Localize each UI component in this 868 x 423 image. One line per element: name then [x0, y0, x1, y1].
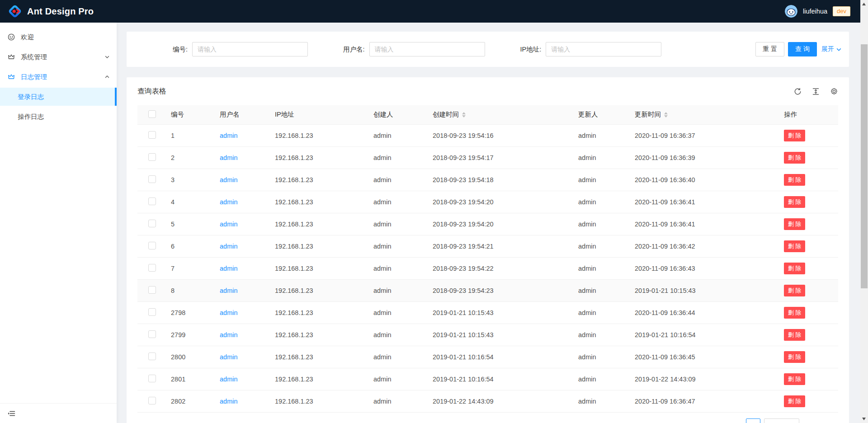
row-checkbox[interactable] — [148, 220, 156, 227]
user-name[interactable]: liufeihua — [803, 8, 827, 15]
sidebar-item-operation-log[interactable]: 操作日志 — [0, 108, 117, 126]
username-link[interactable]: admin — [220, 198, 238, 206]
cell-creator: admin — [370, 257, 429, 279]
menu-fold-icon[interactable] — [7, 409, 15, 418]
row-checkbox[interactable] — [148, 397, 156, 404]
delete-button[interactable]: 删 除 — [784, 174, 805, 186]
cell-created-time: 2019-01-21 10:16:54 — [429, 368, 575, 390]
username-link[interactable]: admin — [220, 154, 238, 161]
username-link[interactable]: admin — [220, 331, 238, 338]
cell-updater: admin — [575, 235, 631, 257]
cell-creator: admin — [370, 279, 429, 301]
row-checkbox[interactable] — [148, 197, 156, 205]
cell-updated-time: 2019-01-22 14:43:09 — [631, 368, 780, 390]
delete-button[interactable]: 删 除 — [784, 240, 805, 252]
delete-button[interactable]: 删 除 — [784, 351, 805, 363]
delete-button[interactable]: 删 除 — [784, 130, 805, 141]
scrollbar-up-arrow[interactable] — [862, 3, 866, 5]
column-header-actions: 操作 — [780, 105, 838, 124]
username-link[interactable]: admin — [220, 287, 238, 294]
delete-button[interactable]: 删 除 — [784, 329, 805, 341]
username-link[interactable]: admin — [220, 132, 238, 139]
username-link[interactable]: admin — [220, 176, 238, 183]
id-field[interactable] — [192, 42, 308, 56]
cell-updated-time: 2020-11-09 16:36:43 — [631, 257, 780, 279]
username-link[interactable]: admin — [220, 398, 238, 405]
sort-icon[interactable] — [664, 112, 668, 118]
cell-creator: admin — [370, 346, 429, 368]
column-header-id: 编号 — [167, 105, 216, 124]
cell-creator: admin — [370, 301, 429, 324]
username-link[interactable]: admin — [220, 265, 238, 272]
row-checkbox[interactable] — [148, 175, 156, 183]
table-header-row: 编号 用户名 IP地址 创建人 创建时间 更新人 更新时间 操作 — [137, 105, 838, 124]
row-checkbox[interactable] — [148, 131, 156, 139]
cell-created-time: 2018-09-23 19:54:17 — [429, 146, 575, 169]
sidebar-item-label: 操作日志 — [18, 113, 44, 121]
query-button[interactable]: 查 询 — [788, 42, 817, 56]
sidebar-item-log-management[interactable]: 日志管理 — [0, 68, 117, 86]
row-checkbox[interactable] — [148, 308, 156, 316]
sidebar-item-welcome[interactable]: 欢迎 — [0, 28, 117, 46]
username-link[interactable]: admin — [220, 353, 238, 361]
row-checkbox[interactable] — [148, 330, 156, 338]
cell-created-time: 2018-09-23 19:54:23 — [429, 279, 575, 301]
cell-creator: admin — [370, 213, 429, 235]
settings-icon[interactable] — [830, 87, 838, 95]
log-table: 编号 用户名 IP地址 创建人 创建时间 更新人 更新时间 操作 1 — [137, 105, 838, 413]
ip-field[interactable] — [546, 42, 661, 56]
row-checkbox[interactable] — [148, 352, 156, 360]
column-height-icon[interactable] — [812, 88, 820, 95]
delete-button[interactable]: 删 除 — [784, 373, 805, 385]
env-tag: dev — [833, 6, 850, 16]
row-checkbox[interactable] — [148, 264, 156, 272]
chevron-down-icon — [105, 55, 109, 59]
scrollbar-down-arrow[interactable] — [862, 418, 866, 420]
page-1-button[interactable] — [746, 418, 760, 423]
user-avatar[interactable] — [785, 5, 797, 18]
scrollbar-thumb[interactable] — [861, 44, 868, 288]
delete-button[interactable]: 删 除 — [784, 196, 805, 208]
cell-ip: 192.168.1.23 — [271, 324, 370, 346]
column-header-updated-time[interactable]: 更新时间 — [631, 105, 780, 124]
delete-button[interactable]: 删 除 — [784, 218, 805, 230]
username-field[interactable] — [369, 42, 485, 56]
vertical-scrollbar[interactable] — [860, 0, 868, 423]
row-checkbox[interactable] — [148, 286, 156, 294]
delete-button[interactable]: 删 除 — [784, 307, 805, 319]
cell-id: 4 — [167, 191, 216, 213]
cell-ip: 192.168.1.23 — [271, 213, 370, 235]
form-group-id: 编号: — [173, 42, 308, 56]
username-link[interactable]: admin — [220, 243, 238, 250]
delete-button[interactable]: 删 除 — [784, 395, 805, 407]
row-checkbox[interactable] — [148, 375, 156, 382]
page-size-select[interactable] — [764, 418, 799, 423]
cell-ip: 192.168.1.23 — [271, 124, 370, 146]
column-header-updater: 更新人 — [575, 105, 631, 124]
sort-icon[interactable] — [462, 112, 466, 118]
crown-icon — [8, 53, 15, 61]
delete-button[interactable]: 删 除 — [784, 152, 805, 164]
reload-icon[interactable] — [794, 88, 802, 95]
select-all-checkbox[interactable] — [148, 110, 156, 118]
username-link[interactable]: admin — [220, 309, 238, 316]
logo[interactable]: Ant Design Pro — [8, 5, 94, 18]
sidebar-footer — [0, 403, 117, 423]
row-checkbox[interactable] — [148, 242, 156, 249]
row-checkbox[interactable] — [148, 153, 156, 161]
cell-id: 2 — [167, 146, 216, 169]
expand-toggle[interactable]: 展开 — [821, 45, 841, 53]
delete-button[interactable]: 删 除 — [784, 285, 805, 296]
column-header-created-time[interactable]: 创建时间 — [429, 105, 575, 124]
cell-id: 7 — [167, 257, 216, 279]
cell-ip: 192.168.1.23 — [271, 279, 370, 301]
reset-button[interactable]: 重 置 — [755, 42, 784, 56]
delete-button[interactable]: 删 除 — [784, 263, 805, 274]
column-header-username: 用户名 — [216, 105, 271, 124]
sidebar-item-login-log[interactable]: 登录日志 — [0, 88, 117, 106]
username-link[interactable]: admin — [220, 376, 238, 383]
cell-created-time: 2019-01-21 10:16:54 — [429, 346, 575, 368]
sidebar-item-system-management[interactable]: 系统管理 — [0, 48, 117, 66]
column-header-creator: 创建人 — [370, 105, 429, 124]
username-link[interactable]: admin — [220, 221, 238, 228]
